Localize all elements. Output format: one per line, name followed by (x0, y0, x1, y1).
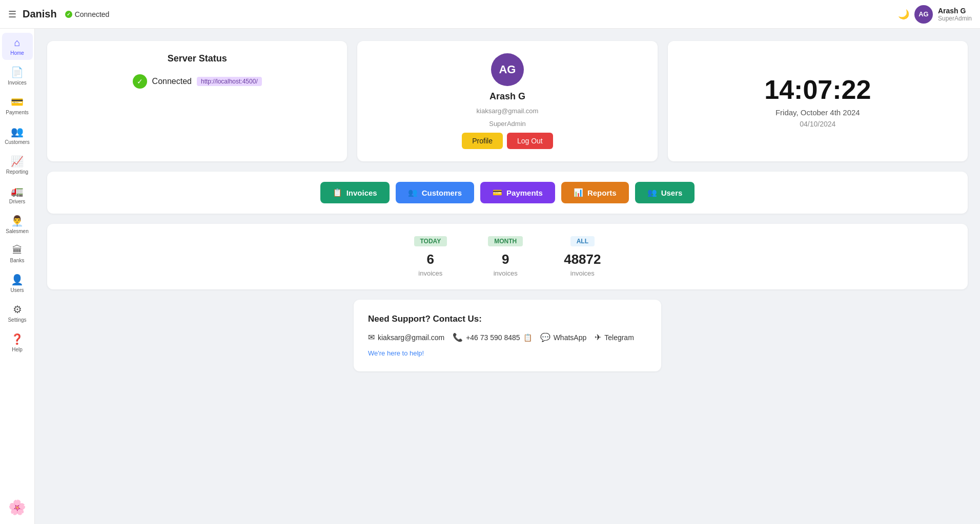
nav-reports-button[interactable]: 📊 Reports (561, 182, 629, 203)
main-content: Server Status ✓ Connected http://localho… (35, 29, 980, 524)
drivers-icon: 🚛 (11, 185, 24, 197)
sidebar-item-salesmen[interactable]: 👨‍💼 Salesmen (2, 211, 33, 238)
settings-icon: ⚙ (13, 303, 22, 316)
month-value: 9 (502, 251, 509, 267)
time-card: 14:07:22 Friday, October 4th 2024 04/10/… (668, 41, 968, 161)
server-connected-text: Connected (152, 77, 192, 86)
support-contacts: ✉ kiaksarg@gmail.com 📞 +46 73 590 8485 📋… (368, 332, 647, 342)
sidebar-item-help[interactable]: ❓ Help (2, 329, 33, 357)
stat-today: TODAY 6 invoices (414, 236, 447, 277)
time-display: 14:07:22 (764, 74, 871, 105)
sidebar-label-home: Home (10, 50, 24, 56)
user-card-buttons: Profile Log Out (462, 133, 553, 149)
sidebar-label-help: Help (12, 347, 23, 352)
user-card-email: kiaksarg@gmail.com (477, 107, 539, 115)
sidebar-label-drivers: Drivers (9, 199, 26, 204)
sidebar-label-payments: Payments (6, 110, 28, 115)
sidebar: ⌂ Home 📄 Invoices 💳 Payments 👥 Customers… (0, 29, 35, 524)
sidebar-item-settings[interactable]: ⚙ Settings (2, 299, 33, 327)
status-dot-icon (65, 11, 72, 18)
contact-telegram[interactable]: ✈ Telegram (595, 332, 634, 342)
sidebar-item-users[interactable]: 👤 Users (2, 269, 33, 297)
sidebar-item-home[interactable]: ⌂ Home (2, 33, 33, 60)
main-layout: ⌂ Home 📄 Invoices 💳 Payments 👥 Customers… (0, 29, 980, 524)
user-card-role: SuperAdmin (489, 120, 526, 128)
phone-icon: 📞 (453, 332, 463, 342)
telegram-label: Telegram (604, 333, 634, 342)
stats-row: TODAY 6 invoices MONTH 9 invoices ALL 48… (59, 236, 955, 277)
nav-invoices-button[interactable]: 📋 Invoices (320, 182, 390, 203)
sidebar-item-customers[interactable]: 👥 Customers (2, 121, 33, 149)
sidebar-item-banks[interactable]: 🏛 Banks (2, 240, 33, 267)
sidebar-label-invoices: Invoices (8, 80, 27, 86)
customers-nav-icon: 👥 (408, 188, 418, 197)
users-nav-icon: 👥 (647, 188, 657, 197)
server-status-card: Server Status ✓ Connected http://localho… (47, 41, 347, 161)
user-info: Arash G SuperAdmin (938, 7, 972, 22)
topbar: ☰ Danish Connected 🌙 AG Arash G SuperAdm… (0, 0, 980, 29)
users-nav-label: Users (661, 188, 683, 197)
sidebar-label-salesmen: Salesmen (6, 228, 28, 234)
topbar-right: 🌙 AG Arash G SuperAdmin (898, 5, 972, 24)
email-icon: ✉ (368, 332, 375, 342)
profile-button[interactable]: Profile (462, 133, 503, 149)
user-avatar: AG (491, 53, 524, 86)
today-value: 6 (427, 251, 434, 267)
contact-phone: 📞 +46 73 590 8485 📋 (453, 332, 532, 342)
sidebar-label-users: Users (10, 287, 24, 293)
invoices-nav-label: Invoices (346, 188, 377, 197)
nav-users-button[interactable]: 👥 Users (635, 182, 695, 203)
topbar-user-role: SuperAdmin (938, 15, 972, 22)
stat-all: ALL 48872 invoices (564, 236, 601, 277)
server-status-row: ✓ Connected http://localhost:4500/ (59, 74, 335, 89)
copy-icon[interactable]: 📋 (523, 333, 532, 342)
sidebar-label-reporting: Reporting (6, 169, 28, 175)
menu-icon[interactable]: ☰ (8, 9, 16, 20)
payments-nav-label: Payments (506, 188, 543, 197)
topbar-user-name: Arash G (938, 7, 972, 15)
nav-customers-button[interactable]: 👥 Customers (396, 182, 474, 203)
payments-icon: 💳 (11, 96, 24, 108)
logout-button[interactable]: Log Out (507, 133, 553, 149)
status-label: Connected (75, 10, 110, 18)
dark-mode-icon[interactable]: 🌙 (898, 9, 909, 20)
invoices-icon: 📄 (11, 66, 24, 78)
invoices-nav-icon: 📋 (333, 188, 342, 197)
all-value: 48872 (564, 251, 601, 267)
flower-icon: 🌸 (8, 499, 26, 515)
contact-email: ✉ kiaksarg@gmail.com (368, 332, 444, 342)
today-label: invoices (418, 269, 442, 277)
connection-status: Connected (65, 10, 110, 18)
user-profile-card: AG Arash G kiaksarg@gmail.com SuperAdmin… (357, 41, 657, 161)
customers-icon: 👥 (11, 125, 24, 138)
sidebar-item-invoices[interactable]: 📄 Invoices (2, 62, 33, 90)
avatar[interactable]: AG (914, 5, 933, 24)
all-label: invoices (570, 269, 595, 277)
home-icon: ⌂ (14, 37, 20, 49)
support-help-text: We're here to help! (368, 349, 647, 357)
month-badge: MONTH (488, 236, 523, 246)
stat-month: MONTH 9 invoices (488, 236, 523, 277)
app-title: Danish (23, 8, 57, 20)
support-phone: +46 73 590 8485 (466, 333, 520, 342)
server-status-title: Server Status (59, 53, 335, 64)
date-short: 04/10/2024 (800, 120, 835, 128)
sidebar-item-drivers[interactable]: 🚛 Drivers (2, 181, 33, 208)
whatsapp-label: WhatsApp (554, 333, 587, 342)
contact-whatsapp[interactable]: 💬 WhatsApp (540, 332, 587, 342)
today-badge: TODAY (414, 236, 447, 246)
sidebar-label-customers: Customers (5, 139, 29, 145)
sidebar-item-payments[interactable]: 💳 Payments (2, 92, 33, 119)
stats-card: TODAY 6 invoices MONTH 9 invoices ALL 48… (47, 224, 968, 289)
connected-check-icon: ✓ (133, 74, 147, 89)
reports-nav-icon: 📊 (574, 188, 583, 197)
payments-nav-icon: 💳 (493, 188, 502, 197)
reports-nav-label: Reports (587, 188, 617, 197)
sidebar-item-reporting[interactable]: 📈 Reporting (2, 151, 33, 179)
banks-icon: 🏛 (12, 244, 23, 256)
support-title: Need Support? Contact Us: (368, 314, 647, 324)
sidebar-bottom-flower: 🌸 (8, 495, 26, 520)
salesmen-icon: 👨‍💼 (11, 215, 24, 227)
server-url-badge[interactable]: http://localhost:4500/ (197, 77, 262, 86)
nav-payments-button[interactable]: 💳 Payments (480, 182, 555, 203)
